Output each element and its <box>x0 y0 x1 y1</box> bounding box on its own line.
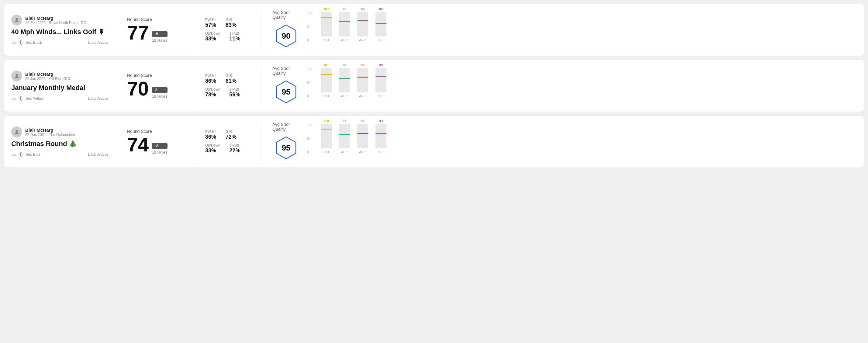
user-icon <box>13 17 20 23</box>
bar-accent <box>375 23 386 24</box>
bar-group: 98 ARG <box>357 7 368 42</box>
chart-y-axis: 100 50 0 <box>307 11 312 42</box>
avatar <box>11 70 22 82</box>
weather-icon: ☁️ <box>11 152 17 157</box>
quality-section: Avg Shot Quality 90 <box>268 10 304 50</box>
stat-row-2: Up/Down 33% 1 Putt 11% <box>205 31 250 42</box>
user-date: 27 Dec 2021 · The Oxfordshire <box>25 132 75 137</box>
oneputt-label: 1 Putt <box>229 143 240 148</box>
stat-row-1: FW Hit 86% GIR 61% <box>205 73 250 84</box>
bar-value: 110 <box>323 119 329 123</box>
bar-wrapper <box>357 68 368 92</box>
user-date: 29 Jan 2022 · Mill Ride GCC <box>25 76 71 81</box>
divider-2 <box>194 66 194 105</box>
bar-fill <box>339 135 350 148</box>
fw-hit-label: FW Hit <box>205 129 216 134</box>
bar-value: 87 <box>343 119 346 123</box>
bar-accent <box>375 133 386 134</box>
score-holes: 18 Holes <box>152 94 167 98</box>
round-title: 40 Mph Winds... Links Golf 🎙 <box>11 28 108 36</box>
round-title: January Monthly Medal <box>11 84 108 92</box>
score-badge: +5 <box>152 31 167 37</box>
fw-hit-value: 57% <box>205 22 216 28</box>
bar-fill <box>321 75 332 92</box>
bar-label: OTT <box>323 94 330 98</box>
bar-value: 99 <box>379 63 383 67</box>
bottom-info: ☁️ 🏌 Tee: Black Data: Arccos <box>11 40 108 45</box>
bar-group: 107 OTT <box>321 7 332 42</box>
updown-label: Up/Down <box>205 87 220 92</box>
gir-stat: GIR 61% <box>225 73 237 84</box>
y-label-100: 100 <box>307 123 312 127</box>
tee-marker-icon: 🏌 <box>18 40 23 45</box>
oneputt-value: 56% <box>229 92 240 98</box>
user-icon <box>13 73 20 80</box>
round-title: Christmas Round 🎄 <box>11 140 108 148</box>
mini-bar-chart: 100 50 0 107 OTT 95 APP <box>307 11 857 48</box>
user-details: Blair McHarg 29 Jan 2022 · Mill Ride GCC <box>25 71 71 81</box>
user-icon <box>13 129 20 135</box>
bar-group: 101 OTT <box>321 63 332 98</box>
mini-bar-chart: 100 50 0 101 OTT 86 APP <box>307 67 857 104</box>
bottom-info: ☁️ 🏌 Tee: Blue Data: Arccos <box>11 152 108 157</box>
stats-section: FW Hit 57% GIR 83% Up/Down 33% 1 Putt <box>200 18 255 42</box>
bar-fill <box>357 134 368 148</box>
score-badge-group: +5 18 Holes <box>152 31 167 42</box>
bar-wrapper <box>357 124 368 148</box>
oneputt-label: 1 Putt <box>229 87 240 92</box>
bar-fill <box>357 77 368 92</box>
svg-point-2 <box>16 74 18 76</box>
fw-hit-value: 86% <box>205 78 216 84</box>
bar-label: APP <box>341 38 348 42</box>
bar-wrapper <box>375 124 386 148</box>
round-card: Blair McHarg 27 Dec 2021 · The Oxfordshi… <box>4 116 864 168</box>
hexagon-container: 95 <box>272 78 300 105</box>
round-left-section: Blair McHarg 27 Dec 2021 · The Oxfordshi… <box>11 126 115 157</box>
gir-label: GIR <box>225 129 237 134</box>
svg-point-0 <box>16 18 18 20</box>
bar-group: 110 OTT <box>321 119 332 154</box>
divider-2 <box>194 122 194 161</box>
chart-section: 100 50 0 107 OTT 95 APP <box>304 11 857 48</box>
score-number: 77 <box>127 23 149 42</box>
svg-point-4 <box>16 130 18 132</box>
score-row: 70 -2 18 Holes <box>127 79 188 98</box>
bar-accent <box>321 129 332 129</box>
score-holes: 18 Holes <box>152 150 167 154</box>
bar-label: ARG <box>359 150 366 154</box>
updown-label: Up/Down <box>205 143 220 148</box>
oneputt-value: 22% <box>229 148 240 154</box>
updown-value: 33% <box>205 148 220 154</box>
gir-value: 61% <box>225 78 237 84</box>
bar-value: 98 <box>361 7 365 11</box>
user-date: 12 Feb 2022 · Royal North Devon GC <box>25 21 86 25</box>
score-number: 74 <box>127 135 149 154</box>
bar-fill <box>339 22 350 36</box>
gir-stat: GIR 72% <box>225 129 237 140</box>
fw-hit-value: 36% <box>205 134 216 140</box>
score-badge: -2 <box>152 87 167 93</box>
score-badge: +2 <box>152 143 167 149</box>
quality-score: 95 <box>282 143 291 153</box>
score-row: 77 +5 18 Holes <box>127 23 188 42</box>
bar-accent <box>357 76 368 77</box>
quality-label: Avg Shot Quality <box>272 122 299 132</box>
bar-accent <box>321 74 332 75</box>
tee-marker-icon: 🏌 <box>18 96 23 101</box>
score-section: Round Score 77 +5 18 Holes <box>127 17 188 42</box>
rounds-list: Blair McHarg 12 Feb 2022 · Royal North D… <box>4 4 864 168</box>
bar-value: 95 <box>361 119 365 123</box>
chart-y-axis: 100 50 0 <box>307 67 312 98</box>
bar-group: 93 PUTT <box>375 119 386 154</box>
score-label: Round Score <box>127 73 188 78</box>
bar-fill <box>375 24 386 36</box>
bar-group: 87 APP <box>339 119 350 154</box>
y-label-50: 50 <box>307 137 312 141</box>
divider-3 <box>261 122 261 161</box>
tee-info: ☁️ 🏌 Tee: Black <box>11 40 42 45</box>
bar-label: PUTT <box>376 150 385 154</box>
divider <box>121 122 121 161</box>
stat-row-1: FW Hit 57% GIR 83% <box>205 18 250 28</box>
bar-fill <box>375 77 386 92</box>
gir-stat: GIR 83% <box>225 18 237 28</box>
